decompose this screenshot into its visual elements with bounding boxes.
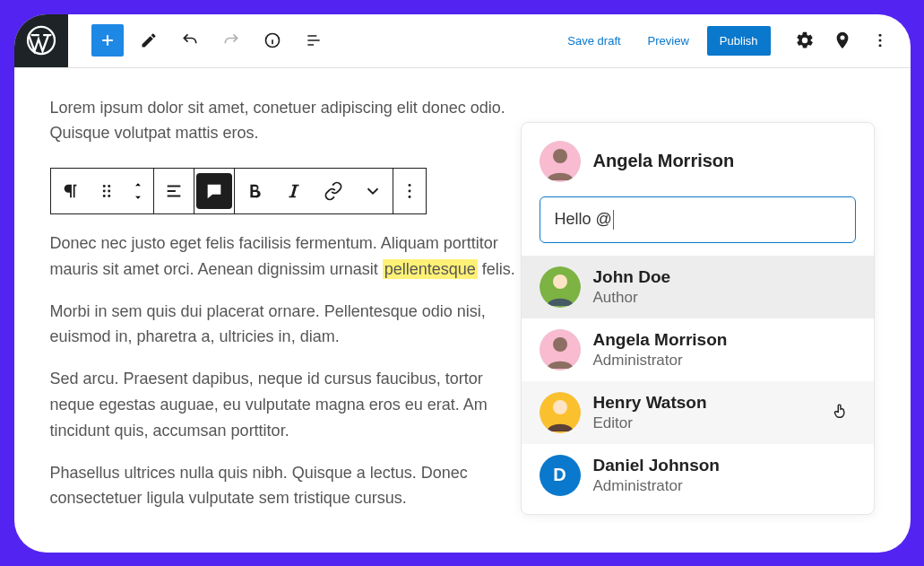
svg-point-13 <box>408 196 410 198</box>
paragraph[interactable]: Lorem ipsum dolor sit amet, conetuer adi… <box>50 95 516 147</box>
avatar <box>540 141 581 182</box>
mention-user-list: John Doe Author Angela Morrison Administ… <box>522 256 874 507</box>
svg-point-12 <box>408 190 410 193</box>
svg-point-3 <box>878 39 881 42</box>
block-more-icon[interactable] <box>393 170 426 213</box>
avatar: D <box>540 455 581 496</box>
user-role: Editor <box>593 414 707 432</box>
avatar-initial: D <box>553 465 566 485</box>
pointer-cursor-icon <box>831 401 851 424</box>
user-role: Author <box>593 289 671 307</box>
svg-point-17 <box>553 274 567 289</box>
svg-point-21 <box>553 400 567 414</box>
text-cursor <box>613 210 614 230</box>
user-name: Henry Watson <box>593 393 707 413</box>
wordpress-logo[interactable] <box>14 14 68 68</box>
marker-icon[interactable] <box>830 28 855 53</box>
svg-point-15 <box>553 149 567 163</box>
user-name: Daniel Johnson <box>593 456 720 475</box>
app-window: Save draft Preview Publish Lorem ipsum d… <box>14 14 911 553</box>
top-bar: Save draft Preview Publish <box>14 14 911 68</box>
paragraph[interactable]: Phasellus ultrices nulla quis nibh. Quis… <box>50 460 516 512</box>
comment-panel: Angela Morrison Hello @ John Doe Author <box>521 122 875 515</box>
svg-point-19 <box>553 337 567 352</box>
outline-icon[interactable] <box>298 24 330 57</box>
block-toolbar <box>50 168 427 214</box>
user-role: Administrator <box>593 352 728 370</box>
text: felis. <box>478 260 515 278</box>
add-block-button[interactable] <box>91 24 124 57</box>
info-icon[interactable] <box>256 24 289 57</box>
svg-point-7 <box>102 190 105 193</box>
undo-icon[interactable] <box>174 24 206 57</box>
svg-point-2 <box>878 34 881 37</box>
paragraph[interactable]: Sed arcu. Praesent dapibus, neque id cur… <box>50 366 516 443</box>
avatar <box>540 392 581 433</box>
edit-icon[interactable] <box>133 24 165 57</box>
preview-button[interactable]: Preview <box>639 29 698 53</box>
svg-point-6 <box>108 185 110 187</box>
comment-input-value: Hello @ <box>555 210 612 229</box>
settings-icon[interactable] <box>792 28 817 53</box>
user-name: John Doe <box>593 267 671 287</box>
bold-icon[interactable] <box>235 170 274 213</box>
svg-point-10 <box>108 195 110 197</box>
mention-user-item[interactable]: Henry Watson Editor <box>522 381 874 444</box>
svg-point-9 <box>102 195 105 197</box>
avatar <box>540 329 581 370</box>
paragraph-type-icon[interactable] <box>51 170 91 213</box>
align-icon[interactable] <box>154 170 194 213</box>
link-icon[interactable] <box>314 170 353 213</box>
mention-user-item[interactable]: Angela Morrison Administrator <box>522 318 874 381</box>
svg-point-11 <box>408 184 410 187</box>
user-name: Angela Morrison <box>593 330 728 350</box>
save-draft-button[interactable]: Save draft <box>558 29 629 53</box>
svg-point-5 <box>102 185 105 187</box>
mention-user-item[interactable]: John Doe Author <box>522 256 874 318</box>
comment-author-name: Angela Morrison <box>593 151 735 171</box>
svg-point-8 <box>108 190 110 193</box>
comment-icon[interactable] <box>196 173 232 209</box>
svg-point-4 <box>878 44 881 47</box>
chevron-down-icon[interactable] <box>353 170 393 213</box>
comment-panel-header: Angela Morrison <box>522 141 874 196</box>
redo-icon <box>215 24 247 57</box>
move-arrows[interactable] <box>123 179 153 204</box>
paragraph[interactable]: Donec nec justo eget felis facilisis fer… <box>50 231 516 283</box>
highlighted-text: pellentesque <box>383 259 478 279</box>
comment-input[interactable]: Hello @ <box>540 196 856 243</box>
publish-button[interactable]: Publish <box>707 26 771 56</box>
mention-user-item[interactable]: D Daniel Johnson Administrator <box>522 444 874 507</box>
avatar <box>540 266 581 308</box>
more-icon[interactable] <box>868 28 893 53</box>
paragraph[interactable]: Morbi in sem quis dui placerat ornare. P… <box>50 299 516 351</box>
italic-icon[interactable] <box>274 170 314 213</box>
drag-handle-icon[interactable] <box>91 170 123 213</box>
user-role: Administrator <box>593 477 720 495</box>
